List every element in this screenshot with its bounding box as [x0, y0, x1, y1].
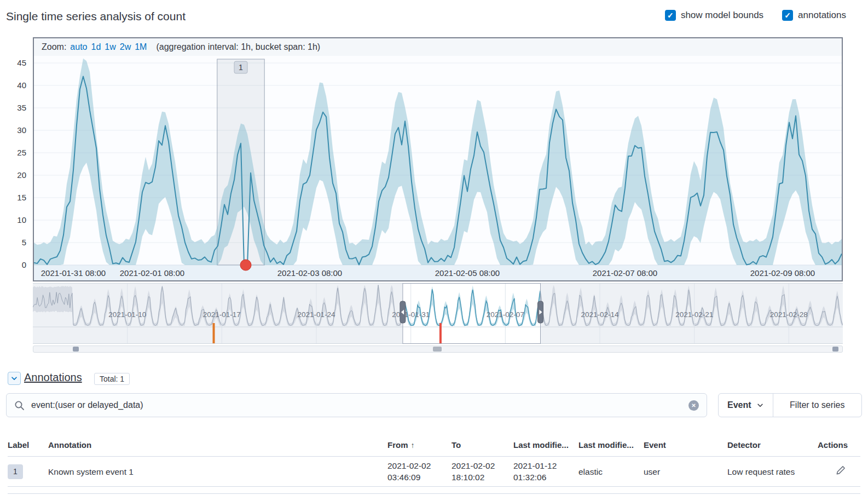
context-scrollbar[interactable] — [33, 346, 843, 353]
x-axis-label: 2021-02-01 08:00 — [120, 268, 184, 278]
context-axis-label: 2021-01-24 — [297, 310, 335, 319]
zoom-bar: Zoom: auto 1d 1w 2w 1M (aggregation inte… — [34, 38, 842, 56]
x-axis-label: 2021-02-05 08:00 — [435, 268, 500, 278]
col-detector[interactable]: Detector — [727, 436, 818, 456]
zoom-option-2w[interactable]: 2w — [120, 42, 131, 52]
chart-options: show model bounds annotations — [665, 10, 846, 21]
sort-ascending-icon: ↑ — [411, 441, 415, 450]
col-from-label: From — [387, 440, 408, 450]
zoom-label: Zoom: — [42, 42, 66, 52]
search-icon — [14, 400, 25, 411]
scrollbar-handle-right[interactable] — [832, 347, 838, 352]
x-axis-label: 2021-02-07 08:00 — [593, 268, 657, 278]
single-metric-viewer: Single time series analysis of count sho… — [0, 0, 868, 495]
annotations-search-bar[interactable]: event:(user or delayed_data) — [6, 393, 707, 417]
col-annotation[interactable]: Annotation — [48, 436, 387, 456]
context-annotation-marker[interactable] — [213, 323, 215, 343]
y-axis-label: 25 — [2, 148, 26, 158]
interval-note: (aggregation interval: 1h, bucket span: … — [156, 42, 320, 52]
col-last-modified[interactable]: Last modifie... — [513, 436, 578, 456]
row-from-cell: 2021-02-02 03:46:09 — [387, 457, 452, 486]
focus-chart[interactable]: 12021-01-31 08:002021-02-01 08:002021-02… — [34, 56, 842, 280]
y-axis-label: 45 — [2, 58, 26, 68]
annotations-checkbox[interactable]: annotations — [782, 10, 846, 21]
context-axis-label: 2021-02-28 — [770, 310, 808, 319]
col-to[interactable]: To — [452, 436, 513, 456]
row-detector-cell: Low request rates — [727, 463, 818, 481]
chevron-down-icon — [756, 401, 764, 409]
row-actions-cell — [836, 462, 860, 481]
context-chart[interactable]: 2021-01-102021-01-172021-01-242021-01-31… — [33, 283, 843, 344]
annotations-total-badge: Total: 1 — [94, 373, 130, 385]
table-header-row: Label Annotation From ↑ To Last modifie.… — [8, 436, 860, 457]
row-to-cell: 2021-02-02 18:10:02 — [452, 457, 513, 486]
search-input[interactable]: event:(user or delayed_data) — [31, 400, 682, 410]
y-axis-label: 30 — [2, 125, 26, 135]
context-axis-label: 2021-02-07 — [487, 310, 524, 319]
page-title: Single time series analysis of count — [6, 10, 186, 23]
annotations-table: Label Annotation From ↑ To Last modifie.… — [8, 436, 860, 487]
edit-pencil-icon[interactable] — [836, 465, 846, 475]
x-axis-label: 2021-02-09 08:00 — [750, 268, 815, 278]
y-axis: 051015202530354045 — [0, 0, 28, 495]
table-bottom-border — [8, 493, 860, 494]
annotations-section-title[interactable]: Annotations — [24, 371, 82, 384]
y-axis-label: 5 — [2, 238, 26, 248]
chevron-down-icon — [10, 375, 18, 382]
scrollbar-thumb[interactable] — [433, 347, 442, 352]
y-axis-label: 20 — [2, 170, 26, 180]
brush-handle-left[interactable] — [400, 301, 406, 323]
col-event[interactable]: Event — [644, 436, 727, 456]
col-from[interactable]: From ↑ — [387, 436, 452, 456]
y-axis-label: 15 — [2, 193, 26, 203]
context-axis-label: 2021-01-31 — [392, 310, 430, 319]
brush-handle-right[interactable] — [538, 301, 543, 323]
row-annotation-cell: Known system event 1 — [48, 463, 387, 481]
checkbox-checked-icon — [665, 10, 676, 21]
context-axis-label: 2021-01-10 — [108, 310, 146, 319]
context-annotation-marker[interactable] — [439, 323, 442, 343]
col-last-modified-by[interactable]: Last modifie... — [578, 436, 644, 456]
context-axis-label: 2021-02-14 — [581, 310, 619, 319]
annotations-filter-controls: Event Filter to series — [718, 393, 862, 417]
show-model-bounds-checkbox[interactable]: show model bounds — [665, 10, 763, 21]
annotation-label-badge: 1 — [8, 464, 23, 479]
row-event-cell: user — [644, 463, 727, 481]
clear-search-icon[interactable] — [688, 400, 699, 411]
event-filter-dropdown[interactable]: Event — [719, 394, 773, 417]
annotations-collapse-button[interactable] — [8, 372, 21, 385]
x-axis-label: 2021-02-03 08:00 — [277, 268, 342, 278]
filter-to-series-button[interactable]: Filter to series — [773, 394, 861, 417]
y-axis-label: 35 — [2, 103, 26, 113]
show-model-bounds-label: show model bounds — [681, 10, 763, 21]
zoom-option-1d[interactable]: 1d — [91, 42, 101, 52]
zoom-option-1M[interactable]: 1M — [135, 42, 147, 52]
row-last-modified-cell: 2021-01-12 01:32:06 — [513, 457, 578, 486]
scrollbar-handle-left[interactable] — [73, 347, 79, 352]
col-actions: Actions — [818, 436, 862, 456]
context-axis-label: 2021-02-21 — [675, 310, 713, 319]
context-chart-wrap: 2021-01-102021-01-172021-01-242021-01-31… — [33, 283, 843, 344]
focus-chart-panel: Zoom: auto 1d 1w 2w 1M (aggregation inte… — [33, 37, 843, 281]
table-row: 1 Known system event 1 2021-02-02 03:46:… — [8, 457, 860, 487]
anomaly-marker[interactable] — [240, 260, 251, 270]
col-label[interactable]: Label — [8, 436, 48, 456]
y-axis-label: 0 — [2, 260, 26, 270]
checkbox-checked-icon — [782, 10, 793, 21]
row-last-modified-by-cell: elastic — [578, 463, 644, 481]
zoom-option-1w[interactable]: 1w — [105, 42, 115, 52]
annotations-label: annotations — [798, 10, 846, 21]
annotation-label[interactable]: 1 — [234, 61, 247, 73]
x-axis-label: 2021-01-31 08:00 — [41, 268, 106, 278]
y-axis-label: 10 — [2, 215, 26, 225]
context-axis-label: 2021-01-17 — [203, 310, 241, 319]
y-axis-label: 40 — [2, 80, 26, 90]
row-label-cell: 1 — [8, 461, 48, 482]
event-filter-label: Event — [727, 400, 751, 410]
zoom-option-auto[interactable]: auto — [70, 42, 87, 52]
svg-text:1: 1 — [239, 63, 243, 72]
